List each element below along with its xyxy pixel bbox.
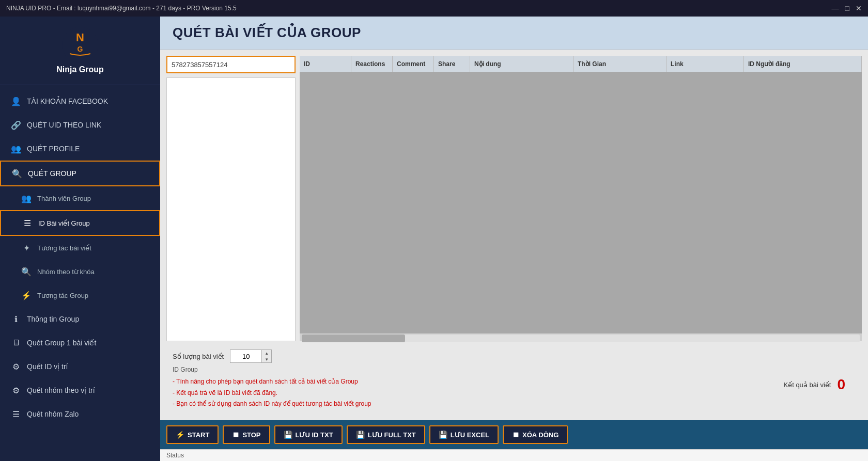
- result-count: 0: [837, 376, 845, 393]
- sidebar-item-scan-location[interactable]: ⚙ Quét ID vị trí: [0, 355, 160, 378]
- desc-line-1: - Tính năng cho phép bạn quét danh sách …: [173, 376, 371, 388]
- stop-button[interactable]: ⏹ STOP: [223, 425, 270, 444]
- keyword-group-icon: 🔍: [21, 266, 32, 277]
- table-body: [300, 72, 862, 333]
- top-section: ID Reactions Comment Share Nội dung Thời…: [166, 56, 862, 341]
- sidebar-item-scan-profile[interactable]: 👥 QUÉT PROFILE: [0, 137, 160, 161]
- quantity-input[interactable]: [230, 350, 261, 362]
- col-header-id: ID: [300, 56, 351, 72]
- save-id-txt-button[interactable]: 💾 LƯU ID TXT: [274, 425, 343, 444]
- col-header-nguoidang: ID Người đăng: [744, 56, 862, 72]
- start-icon: ⚡: [176, 431, 184, 439]
- sidebar: N G Ninja Group 👤 TÀI KHOẢN FACEBOOK 🔗 Q…: [0, 17, 160, 461]
- sidebar-item-post-interaction[interactable]: ✦ Tương tác bài viết: [0, 236, 160, 260]
- sidebar-item-label: ID Bài viết Group: [38, 219, 90, 227]
- description-list: - Tính năng cho phép bạn quét danh sách …: [173, 376, 371, 410]
- titlebar: NINJA UID PRO - Email : luquynhmai99@gma…: [0, 0, 868, 17]
- result-area: Kết quả bài viết 0: [783, 376, 845, 393]
- status-bar: Status: [160, 449, 868, 461]
- save-excel-icon: 💾: [439, 431, 447, 439]
- left-spacer: [166, 77, 296, 341]
- desc-line-3: - Bạn có thể sử dụng danh sách ID này để…: [173, 399, 371, 410]
- sidebar-item-scan-uid-link[interactable]: 🔗 QUÉT UID THEO LINK: [0, 113, 160, 137]
- quantity-row: Số lượng bài viết ▲ ▼: [173, 349, 856, 363]
- scan-profile-icon: 👥: [10, 143, 22, 154]
- table-header: ID Reactions Comment Share Nội dung Thời…: [300, 56, 862, 72]
- sidebar-item-group-post-id[interactable]: ☰ ID Bài viết Group: [0, 210, 160, 236]
- sidebar-item-label: Tương tác bài viết: [37, 244, 91, 252]
- save-full-txt-button[interactable]: 💾 LƯU FULL TXT: [347, 425, 425, 444]
- left-panel: [166, 56, 296, 341]
- bottom-controls: Số lượng bài viết ▲ ▼ ID Group - Tính nă…: [166, 345, 862, 414]
- group-members-icon: 👥: [21, 193, 32, 204]
- sidebar-item-label: Thành viên Group: [37, 195, 91, 202]
- sidebar-item-label: Quét Group 1 bài viết: [27, 339, 96, 347]
- sidebar-item-scan-zalo-group[interactable]: ☰ Quét nhóm Zalo: [0, 402, 160, 426]
- scan-zalo-group-icon: ☰: [10, 408, 22, 420]
- scan-uid-link-icon: 🔗: [10, 119, 22, 131]
- save-id-txt-icon: 💾: [284, 431, 292, 439]
- sidebar-item-facebook-account[interactable]: 👤 TÀI KHOẢN FACEBOOK: [0, 89, 160, 113]
- delete-label: XÓA DÒNG: [522, 431, 559, 439]
- group-post-id-icon: ☰: [22, 217, 33, 229]
- logo-image: N G: [62, 27, 98, 65]
- save-full-txt-icon: 💾: [356, 431, 365, 439]
- quantity-up-button[interactable]: ▲: [262, 350, 271, 356]
- scan-group-1post-icon: 🖥: [10, 337, 22, 348]
- close-button[interactable]: ✕: [856, 4, 862, 12]
- col-header-noidung: Nội dung: [470, 56, 574, 72]
- main-content: QUÉT BÀI VIẾT CỦA GROUP ID Reactions Com…: [160, 17, 868, 461]
- minimize-button[interactable]: —: [832, 4, 839, 12]
- sidebar-logo: N G Ninja Group: [0, 17, 160, 85]
- status-label: Status: [166, 452, 184, 459]
- start-label: START: [188, 431, 209, 439]
- quantity-input-wrap: ▲ ▼: [230, 349, 272, 363]
- scrollbar-thumb[interactable]: [302, 335, 405, 342]
- maximize-button[interactable]: □: [845, 4, 849, 12]
- stop-label: STOP: [242, 431, 260, 439]
- group-interaction-icon: ⚡: [21, 290, 32, 301]
- page-title: QUÉT BÀI VIẾT CỦA GROUP: [173, 25, 856, 41]
- sidebar-item-label: Quét nhóm theo vị trí: [27, 386, 95, 394]
- sidebar-item-label: Thông tin Group: [27, 315, 79, 323]
- col-header-link: Link: [667, 56, 744, 72]
- post-interaction-icon: ✦: [21, 242, 32, 253]
- sidebar-item-label: QUÉT PROFILE: [27, 145, 80, 153]
- save-id-txt-label: LƯU ID TXT: [296, 431, 333, 439]
- start-button[interactable]: ⚡ START: [166, 425, 219, 444]
- save-excel-label: LƯU EXCEL: [451, 431, 489, 439]
- sidebar-item-scan-group-1post[interactable]: 🖥 Quét Group 1 bài viết: [0, 331, 160, 355]
- sidebar-item-label: Nhóm theo từ khóa: [37, 268, 95, 276]
- logo-text: Ninja Group: [56, 65, 104, 74]
- group-id-input[interactable]: [166, 56, 296, 73]
- result-label: Kết quả bài viết: [783, 381, 831, 389]
- save-excel-button[interactable]: 💾 LƯU EXCEL: [429, 425, 499, 444]
- group-info-icon: ℹ: [10, 313, 22, 325]
- sidebar-item-label: Tương tác Group: [37, 292, 88, 299]
- scan-location-icon: ⚙: [10, 361, 22, 372]
- action-buttons: ⚡ START ⏹ STOP 💾 LƯU ID TXT 💾 LƯU FULL T…: [160, 420, 868, 449]
- sidebar-item-group-by-location[interactable]: ⚙ Quét nhóm theo vị trí: [0, 378, 160, 402]
- svg-text:G: G: [78, 45, 83, 53]
- stop-icon: ⏹: [232, 431, 239, 439]
- col-header-reactions: Reactions: [351, 56, 393, 72]
- sidebar-item-label: TÀI KHOẢN FACEBOOK: [27, 97, 108, 105]
- titlebar-title: NINJA UID PRO - Email : luquynhmai99@gma…: [6, 5, 237, 12]
- desc-result-row: - Tính năng cho phép bạn quét danh sách …: [173, 376, 856, 410]
- id-group-label: ID Group: [173, 366, 856, 373]
- sidebar-item-group-members[interactable]: 👥 Thành viên Group: [0, 186, 160, 210]
- group-by-location-icon: ⚙: [10, 385, 22, 396]
- delete-icon: ⏹: [512, 431, 519, 439]
- save-full-txt-label: LƯU FULL TXT: [368, 431, 416, 439]
- titlebar-controls: — □ ✕: [832, 4, 862, 12]
- page-header: QUÉT BÀI VIẾT CỦA GROUP: [160, 17, 868, 50]
- table-scrollbar[interactable]: [300, 333, 862, 341]
- delete-button[interactable]: ⏹ XÓA DÒNG: [503, 425, 568, 444]
- sidebar-item-keyword-group[interactable]: 🔍 Nhóm theo từ khóa: [0, 260, 160, 283]
- quantity-down-button[interactable]: ▼: [262, 356, 271, 362]
- sidebar-item-label: QUÉT UID THEO LINK: [27, 121, 101, 129]
- sidebar-item-scan-group[interactable]: 🔍 QUÉT GROUP: [0, 161, 160, 186]
- content-area: ID Reactions Comment Share Nội dung Thời…: [160, 50, 868, 420]
- sidebar-item-group-info[interactable]: ℹ Thông tin Group: [0, 307, 160, 331]
- sidebar-item-group-interaction[interactable]: ⚡ Tương tác Group: [0, 283, 160, 307]
